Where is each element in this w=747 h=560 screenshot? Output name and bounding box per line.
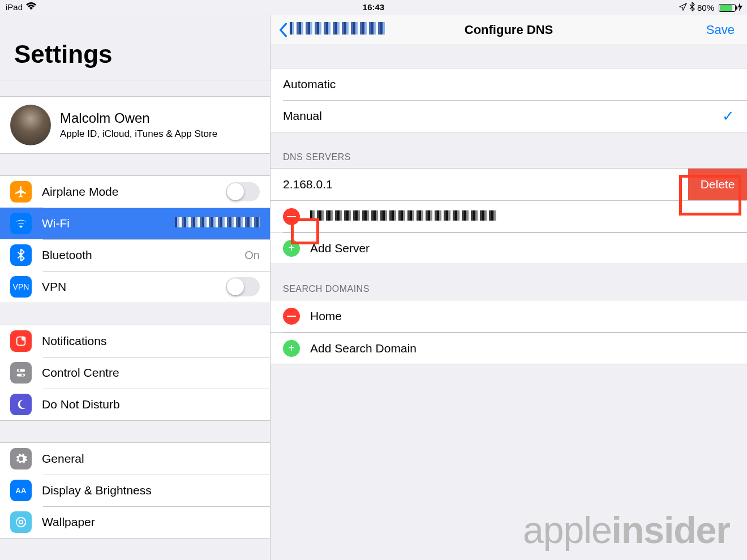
clock: 16:43 [363, 2, 384, 12]
svg-point-4 [18, 369, 20, 372]
svg-rect-8 [287, 216, 296, 217]
sidebar-item-label: General [42, 452, 260, 466]
sidebar-item-label: VPN [42, 280, 226, 294]
back-label [290, 22, 386, 38]
airplane-icon [10, 181, 32, 203]
sidebar-item-label: Control Centre [42, 366, 260, 380]
sidebar-item-label: Notifications [42, 334, 260, 348]
checkmark-icon: ✓ [722, 107, 735, 125]
battery-icon [719, 4, 736, 12]
moon-icon [10, 394, 32, 415]
apple-id-cell[interactable]: Malcolm Owen Apple ID, iCloud, iTunes & … [0, 96, 270, 154]
sidebar-item-label: Display & Brightness [42, 484, 260, 497]
sidebar-item-notifications[interactable]: Notifications [0, 325, 270, 357]
sidebar-item-wallpaper[interactable]: Wallpaper [0, 506, 270, 538]
device-label: iPad [6, 2, 23, 12]
avatar [10, 105, 51, 145]
svg-rect-3 [17, 374, 25, 377]
airplane-toggle[interactable] [226, 182, 260, 201]
bluetooth-icon [689, 2, 695, 13]
row-label: Add Search Domain [310, 342, 417, 355]
sidebar-item-bluetooth[interactable]: Bluetooth On [0, 239, 270, 271]
detail-pane: Configure DNS Save Automatic Manual ✓ DN… [271, 15, 747, 560]
nav-title: Configure DNS [465, 23, 553, 37]
sidebar-item-label: Wi-Fi [42, 217, 175, 230]
page-title: Settings [0, 15, 270, 80]
sidebar-item-vpn[interactable]: VPN VPN [0, 271, 270, 303]
mode-manual[interactable]: Manual ✓ [271, 100, 747, 132]
sidebar-item-label: Wallpaper [42, 515, 260, 529]
svg-rect-2 [17, 369, 25, 372]
watermark: appleinsider [523, 509, 730, 552]
wallpaper-icon [10, 511, 32, 533]
add-icon[interactable]: + [283, 340, 300, 357]
remove-icon[interactable] [283, 308, 300, 325]
sidebar-item-label: Do Not Disturb [42, 398, 260, 411]
gear-icon [10, 448, 32, 469]
back-button[interactable] [278, 22, 386, 38]
svg-point-1 [22, 337, 25, 341]
search-domain-value: Home [310, 309, 342, 323]
vpn-icon: VPN [10, 276, 32, 298]
dns-server-value [310, 210, 497, 223]
add-icon[interactable]: + [283, 240, 300, 257]
profile-subtitle: Apple ID, iCloud, iTunes & App Store [60, 128, 217, 140]
dns-server-row[interactable] [271, 200, 747, 232]
save-button[interactable]: Save [706, 23, 735, 37]
search-domains-header: SEARCH DOMAINS [271, 264, 747, 300]
remove-icon[interactable] [283, 208, 300, 225]
sidebar-item-wifi[interactable]: Wi-Fi [0, 208, 270, 239]
vpn-toggle[interactable] [226, 277, 260, 296]
location-icon [679, 3, 687, 12]
status-bar: iPad 16:43 80% [0, 0, 747, 15]
wifi-icon [10, 213, 32, 234]
bluetooth-icon [10, 244, 32, 266]
dns-servers-header: DNS SERVERS [271, 132, 747, 168]
sidebar-item-dnd[interactable]: Do Not Disturb [0, 389, 270, 420]
sidebar-item-general[interactable]: General [0, 443, 270, 475]
wifi-icon [26, 2, 36, 12]
mode-automatic[interactable]: Automatic [271, 68, 747, 100]
sidebar-item-label: Airplane Mode [42, 185, 226, 199]
row-label: Automatic [283, 77, 735, 91]
svg-point-7 [19, 520, 23, 524]
row-label: Manual [283, 109, 722, 123]
profile-name: Malcolm Owen [60, 110, 217, 126]
sidebar-item-airplane[interactable]: Airplane Mode [0, 176, 270, 208]
bluetooth-status: On [244, 249, 260, 262]
delete-button[interactable]: Delete [688, 169, 747, 200]
navbar: Configure DNS Save [271, 15, 747, 45]
chevron-left-icon [278, 23, 287, 37]
row-label: Add Server [310, 242, 370, 255]
wifi-network-name [175, 217, 260, 230]
svg-point-5 [22, 374, 24, 376]
battery-percent: 80% [697, 3, 714, 12]
sidebar-item-label: Bluetooth [42, 248, 244, 262]
sidebar-item-control-centre[interactable]: Control Centre [0, 357, 270, 389]
dns-server-row-swiped[interactable]: 2.168.0.1 Delete [271, 169, 747, 200]
add-server-row[interactable]: + Add Server [271, 232, 747, 264]
add-search-domain-row[interactable]: + Add Search Domain [271, 332, 747, 364]
charging-icon [738, 2, 742, 13]
dns-server-value: 2.168.0.1 [271, 169, 688, 200]
search-domain-row[interactable]: Home [271, 300, 747, 332]
sidebar-item-display[interactable]: AA Display & Brightness [0, 475, 270, 506]
display-icon: AA [10, 480, 32, 501]
settings-sidebar: Settings Malcolm Owen Apple ID, iCloud, … [0, 15, 271, 560]
control-centre-icon [10, 362, 32, 384]
svg-rect-9 [287, 316, 296, 317]
notifications-icon [10, 330, 32, 352]
